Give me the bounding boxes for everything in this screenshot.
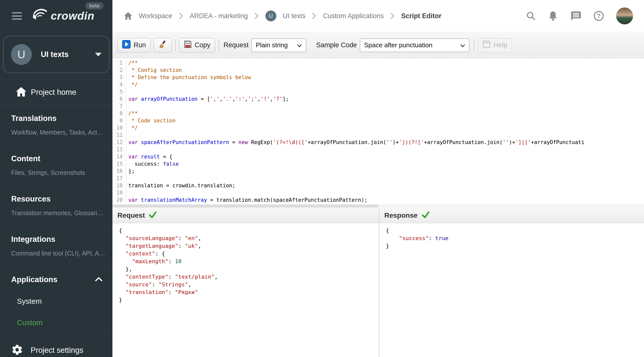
chevron-right-icon xyxy=(179,12,183,20)
line-number: 11 xyxy=(112,132,126,139)
breadcrumb-item[interactable]: ARDEA - marketing xyxy=(190,12,248,20)
sidebar-section-applications: Applications System Custom xyxy=(0,266,112,335)
code-line: 3 * Define the punctuation symbols below xyxy=(112,74,644,81)
code-line: 17 xyxy=(112,175,644,182)
breadcrumb-item[interactable]: Custom Applications xyxy=(323,12,384,20)
horizontal-scrollbar xyxy=(112,204,644,208)
code-line: 7 xyxy=(112,103,644,110)
code-line: 9 * Code section xyxy=(112,117,644,124)
sidebar-item-content[interactable]: Content Files, Strings, Screenshots xyxy=(0,145,112,185)
crowdin-logo[interactable]: crowdin beta xyxy=(31,8,94,24)
code-line: 8/** xyxy=(112,110,644,117)
sample-code-select[interactable]: Space after punctuation xyxy=(360,38,470,52)
section-title: Resources xyxy=(11,194,106,204)
sidebar-item-translations[interactable]: Translations Workflow, Members, Tasks, A… xyxy=(0,105,112,145)
topbar-icons: ? xyxy=(526,8,644,24)
code-line: 19 xyxy=(112,189,644,196)
messages-icon[interactable] xyxy=(570,11,581,21)
horizontal-scrollbar-thumb[interactable] xyxy=(112,204,378,208)
code-line: 13 xyxy=(112,146,644,153)
sidebar-item-project-home[interactable]: Project home xyxy=(0,80,112,105)
section-subtitle: Files, Strings, Screenshots xyxy=(11,169,106,176)
response-json[interactable]: { "success": true} xyxy=(379,223,644,357)
help-button-label: Help xyxy=(494,41,508,49)
request-type-select[interactable]: Plain string xyxy=(252,38,306,52)
code-line: 1/** xyxy=(112,60,644,67)
project-selector[interactable]: U UI texts xyxy=(3,36,110,73)
line-number: 3 xyxy=(112,74,126,81)
section-title: Content xyxy=(11,154,106,163)
copy-button-label: Copy xyxy=(195,41,210,49)
code-line: 11 xyxy=(112,132,644,139)
breadcrumb-item[interactable]: Workspace xyxy=(139,12,172,20)
chevron-right-icon xyxy=(254,12,259,20)
response-panel-title: Response xyxy=(384,212,418,220)
line-number: 14 xyxy=(112,153,126,160)
home-icon xyxy=(16,86,27,98)
copy-button[interactable]: Copy xyxy=(179,38,215,52)
json-line: "context": { xyxy=(117,250,379,258)
line-number: 10 xyxy=(112,124,126,132)
help-icon[interactable]: ? xyxy=(593,10,604,22)
line-number: 13 xyxy=(112,146,126,153)
sample-code-label: Sample Code xyxy=(316,41,357,49)
search-icon[interactable] xyxy=(526,11,536,21)
sample-code-value: Space after punctuation xyxy=(364,41,432,49)
json-line: "translation": "Рядки" xyxy=(117,288,379,296)
request-success-check-icon xyxy=(149,211,157,220)
request-panel-header: Request xyxy=(112,208,379,223)
response-panel: Response { "success": true} xyxy=(379,208,644,357)
section-subtitle: Translation memories, Glossari… xyxy=(11,210,106,217)
json-line: "contentType": "text/plain", xyxy=(117,273,379,280)
sidebar-item-applications[interactable]: Applications xyxy=(11,275,102,284)
response-success-check-icon xyxy=(422,211,430,220)
response-panel-header: Response xyxy=(379,208,644,223)
line-number: 15 xyxy=(112,160,126,168)
sidebar-item-label: Project settings xyxy=(30,346,83,355)
breadcrumb-current: Script Editor xyxy=(401,12,442,20)
request-panel: Request { "sourceLanguage": "en", "targe… xyxy=(112,208,379,357)
topbar: Workspace ARDEA - marketing U UI texts C… xyxy=(112,0,644,32)
hamburger-menu-icon[interactable] xyxy=(12,12,22,20)
svg-text:?: ? xyxy=(597,12,601,19)
section-title: Translations xyxy=(11,114,106,123)
sidebar-item-custom[interactable]: Custom xyxy=(11,318,102,327)
sidebar-item-resources[interactable]: Resources Translation memories, Glossari… xyxy=(0,186,112,226)
line-number: 5 xyxy=(112,88,126,96)
chevron-down-icon xyxy=(95,53,102,56)
section-title: Applications xyxy=(11,275,58,284)
json-line: "sourceLanguage": "en", xyxy=(117,234,379,242)
toolbar-separator xyxy=(474,40,474,51)
breadcrumb-home-icon[interactable] xyxy=(124,12,132,20)
notifications-bell-icon[interactable] xyxy=(548,10,558,22)
line-number: 8 xyxy=(112,110,126,117)
json-line: "targetLanguage": "uk", xyxy=(117,242,379,250)
line-number: 1 xyxy=(112,60,126,67)
chevron-right-icon xyxy=(390,12,395,20)
user-avatar[interactable] xyxy=(616,8,633,24)
section-subtitle: Command line tool (CLI), API, A… xyxy=(11,250,106,257)
beta-badge: beta xyxy=(85,2,104,10)
breadcrumb-item[interactable]: UI texts xyxy=(283,12,306,20)
code-editor[interactable]: 1/**2 * Config section3 * Define the pun… xyxy=(112,58,644,208)
sidebar-item-label: Project home xyxy=(31,88,76,97)
sidebar-item-project-settings[interactable]: Project settings xyxy=(0,336,112,357)
json-line: "success": true xyxy=(384,234,644,242)
code-line: 2 * Config section xyxy=(112,67,644,74)
run-button-label: Run xyxy=(134,41,146,49)
code-line: 4 */ xyxy=(112,81,644,88)
section-subtitle: Workflow, Members, Tasks, Act… xyxy=(11,129,106,136)
format-brush-button[interactable] xyxy=(154,38,172,52)
sidebar-item-integrations[interactable]: Integrations Command line tool (CLI), AP… xyxy=(0,226,112,266)
help-button[interactable]: Help xyxy=(478,38,512,52)
request-json[interactable]: { "sourceLanguage": "en", "targetLanguag… xyxy=(112,223,379,357)
breadcrumb-project-avatar: U xyxy=(266,10,276,22)
chevron-down-icon xyxy=(455,41,465,49)
run-button[interactable]: Run xyxy=(118,38,151,52)
sidebar-item-system[interactable]: System xyxy=(11,297,102,306)
code-line: 10 */ xyxy=(112,124,644,132)
json-line: } xyxy=(384,242,644,250)
code-line: 16}; xyxy=(112,168,644,175)
help-window-icon xyxy=(482,40,490,50)
line-number: 9 xyxy=(112,117,126,124)
